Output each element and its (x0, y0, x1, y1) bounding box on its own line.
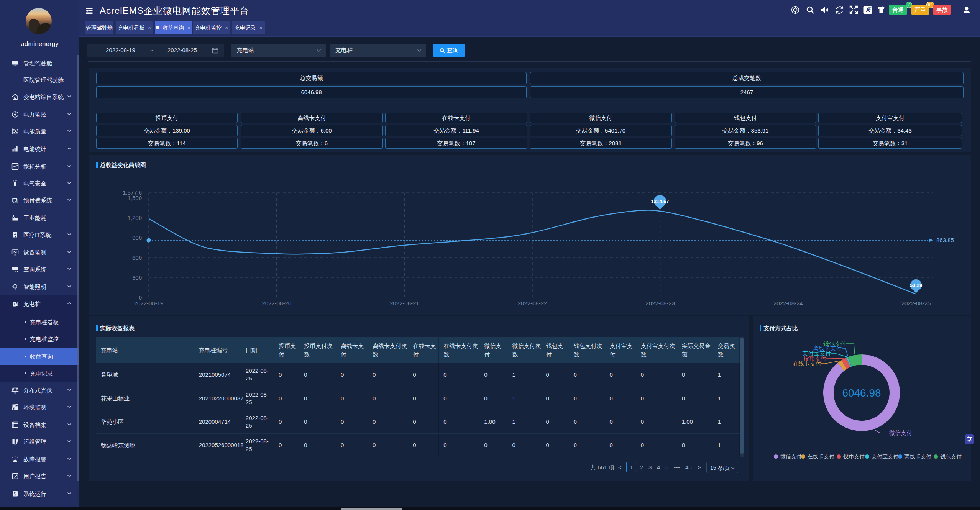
svg-text:文: 文 (868, 7, 872, 10)
